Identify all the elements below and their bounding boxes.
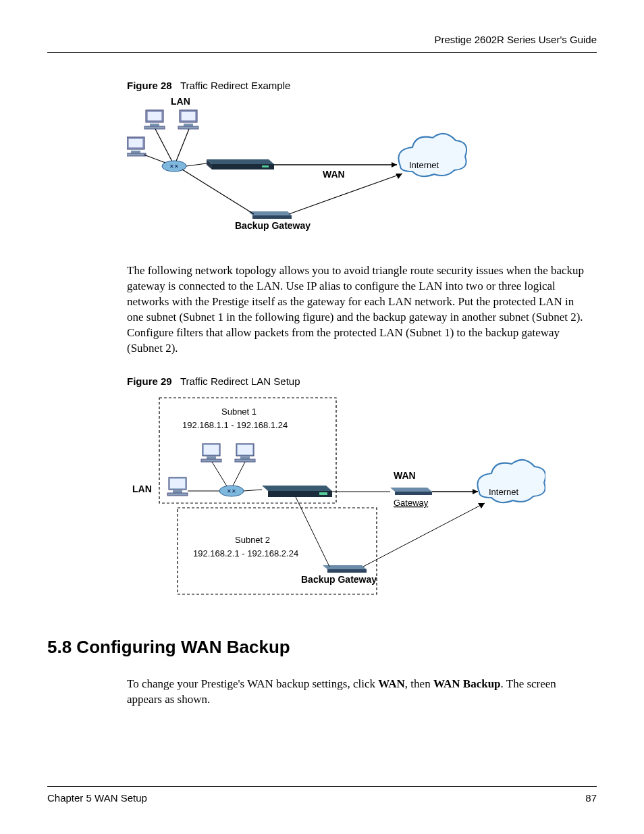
svg-line-26 xyxy=(289,174,402,214)
svg-rect-29 xyxy=(204,445,219,454)
svg-line-25 xyxy=(182,170,254,214)
internet-cloud-icon: Internet xyxy=(398,134,466,176)
figure-29-prefix: Figure 29 xyxy=(127,375,172,387)
svg-rect-24 xyxy=(252,215,292,219)
svg-rect-10 xyxy=(131,151,140,153)
gateway-icon xyxy=(390,488,432,495)
svg-rect-37 xyxy=(170,479,185,488)
svg-rect-1 xyxy=(147,111,162,121)
pc-icon xyxy=(201,444,221,462)
svg-rect-31 xyxy=(201,459,221,462)
svg-rect-35 xyxy=(235,459,255,462)
svg-rect-19 xyxy=(262,165,269,167)
svg-line-56 xyxy=(363,503,485,567)
svg-rect-30 xyxy=(207,457,216,459)
svg-line-12 xyxy=(155,129,173,163)
figure-28-internet-label: Internet xyxy=(409,160,439,170)
footer-page-number: 87 xyxy=(585,792,597,804)
section-5-8-paragraph: To change your Prestige's WAN backup set… xyxy=(127,677,587,708)
figure-29-internet-label: Internet xyxy=(489,487,518,497)
svg-rect-39 xyxy=(167,493,188,496)
figure-29-lan-label: LAN xyxy=(132,484,152,494)
svg-marker-27 xyxy=(396,174,402,179)
pc-icon xyxy=(144,110,165,129)
figure-28-caption: Figure 28 Traffic Redirect Example xyxy=(127,80,597,91)
figure-28-text: Traffic Redirect Example xyxy=(180,80,290,91)
subnet1-range: 192.168.1.1 - 192.168.1.24 xyxy=(182,420,288,430)
backup-gateway-icon xyxy=(248,211,292,219)
prestige-device-icon xyxy=(262,486,332,497)
svg-rect-9 xyxy=(128,138,143,148)
subnet1-title: Subnet 1 xyxy=(221,407,257,417)
svg-line-41 xyxy=(232,462,245,488)
pc-icon xyxy=(178,110,198,129)
svg-marker-16 xyxy=(207,159,274,164)
figure-29-gateway-label: Gateway xyxy=(394,498,429,508)
svg-rect-33 xyxy=(238,445,252,454)
svg-rect-3 xyxy=(144,126,165,129)
prestige-device-icon xyxy=(207,159,274,170)
svg-marker-23 xyxy=(248,211,292,215)
svg-marker-44 xyxy=(262,486,332,491)
figure-29-backup-label: Backup Gateway xyxy=(301,574,377,585)
internet-cloud-icon: Internet xyxy=(477,460,545,502)
svg-rect-49 xyxy=(395,492,432,495)
figure-29-text: Traffic Redirect LAN Setup xyxy=(180,375,300,387)
pc-icon xyxy=(127,137,146,156)
svg-line-47 xyxy=(244,490,262,491)
figure-28-diagram: LAN ✕✕ xyxy=(127,95,597,243)
figure-28-prefix: Figure 28 xyxy=(127,80,172,91)
body-paragraph-1: The following network topology allows yo… xyxy=(127,263,587,357)
svg-rect-46 xyxy=(319,492,327,495)
svg-line-13 xyxy=(176,129,189,163)
figure-28-backup-label: Backup Gateway xyxy=(235,220,311,231)
footer-chapter: Chapter 5 WAN Setup xyxy=(47,792,147,804)
svg-rect-34 xyxy=(240,457,250,459)
svg-marker-22 xyxy=(392,162,397,167)
svg-rect-38 xyxy=(173,490,182,493)
svg-marker-48 xyxy=(390,488,432,492)
section-5-8-heading: 5.8 Configuring WAN Backup xyxy=(47,637,597,658)
figure-29-caption: Figure 29 Traffic Redirect LAN Setup xyxy=(127,375,597,387)
svg-rect-11 xyxy=(127,153,146,156)
para-text: , then xyxy=(405,677,433,690)
svg-rect-54 xyxy=(327,569,367,573)
figure-29-wan-label: WAN xyxy=(394,470,416,481)
guide-title: Prestige 2602R Series User's Guide xyxy=(435,34,597,45)
svg-rect-7 xyxy=(178,126,198,129)
svg-line-20 xyxy=(186,163,207,166)
svg-text:✕✕: ✕✕ xyxy=(169,163,179,170)
pc-icon xyxy=(235,444,255,462)
bold-wan: WAN xyxy=(378,677,405,690)
svg-rect-2 xyxy=(150,124,159,126)
figure-28-lan-label: LAN xyxy=(171,96,190,107)
figure-29-diagram: Subnet 1 192.168.1.1 - 192.168.1.24 LAN xyxy=(127,391,597,610)
svg-marker-52 xyxy=(473,489,478,494)
svg-rect-5 xyxy=(181,111,196,121)
subnet2-range: 192.168.2.1 - 192.168.2.24 xyxy=(193,548,298,558)
svg-text:✕✕: ✕✕ xyxy=(227,488,236,494)
page-footer: Chapter 5 WAN Setup 87 xyxy=(47,786,597,804)
svg-rect-6 xyxy=(184,124,193,126)
pc-icon xyxy=(167,477,188,496)
figure-28-wan-label: WAN xyxy=(323,169,345,180)
para-text: To change your Prestige's WAN backup set… xyxy=(127,677,378,690)
subnet2-title: Subnet 2 xyxy=(235,535,270,545)
bold-wan-backup: WAN Backup xyxy=(433,677,501,690)
svg-line-40 xyxy=(212,462,228,488)
page-header: Prestige 2602R Series User's Guide xyxy=(47,34,597,53)
